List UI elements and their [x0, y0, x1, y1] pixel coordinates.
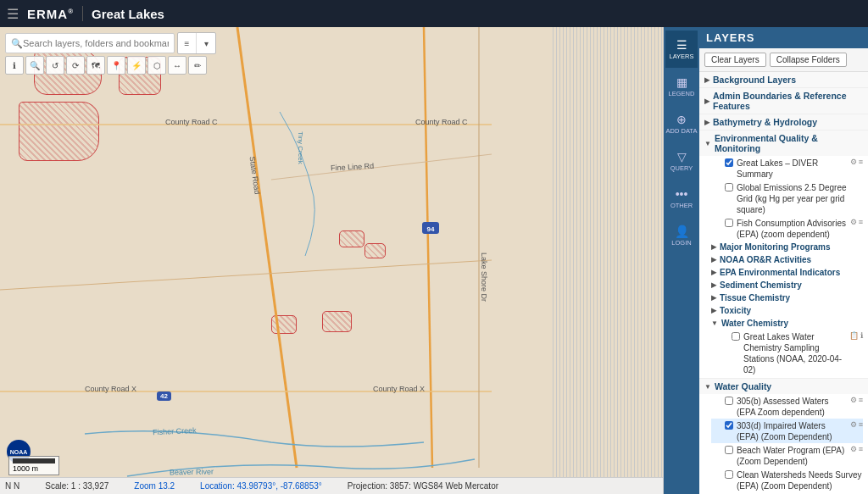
- settings-icon[interactable]: ⚙: [850, 218, 857, 228]
- clean-watersheds-checkbox[interactable]: [725, 470, 733, 479]
- settings-icon[interactable]: ⚙: [850, 158, 857, 168]
- 305b-checkbox[interactable]: [725, 397, 733, 405]
- search-box[interactable]: 🔍: [5, 33, 175, 53]
- layer-group-environmental-header[interactable]: ▼ Environmental Quality & Monitoring: [699, 130, 868, 156]
- map-container[interactable]: 94 County Road C State Road Fine Line Rd…: [0, 27, 663, 494]
- chevron-down-icon: ▼: [704, 383, 711, 391]
- layer-item-303d: 303(d) Impaired Waters (EPA) (Zoom Depen…: [711, 419, 863, 443]
- 303d-checkbox[interactable]: [725, 421, 733, 430]
- sidebar-item-other[interactable]: ••• OTHER: [665, 180, 698, 217]
- layers-toolbar: Clear Layers Collapse Folders: [699, 48, 868, 72]
- other-icon: •••: [676, 187, 688, 201]
- tissue-header[interactable]: ▶ Tissue Chemistry: [711, 291, 863, 304]
- layer-group-admin-header[interactable]: ▶ Admin Boundaries & Reference Features: [699, 88, 868, 114]
- pin-btn[interactable]: 📍: [107, 56, 125, 75]
- scale-status: Scale: 1 : 33,927: [45, 481, 108, 491]
- layer-group-background: ▶ Background Layers: [699, 72, 868, 88]
- layers-panel-header: LAYERS: [699, 27, 868, 48]
- legend-icon[interactable]: ≡: [859, 218, 863, 228]
- county-road-x-label: County Road X: [85, 385, 136, 393]
- lightning-btn[interactable]: ⚡: [127, 56, 146, 75]
- arrow-btn[interactable]: ↔: [168, 56, 186, 75]
- layers-content[interactable]: ▶ Background Layers ▶ Admin Boundaries &…: [699, 72, 868, 494]
- env-quality-items: Great Lakes – DIVER Summary ⚙ ≡ Global E…: [699, 156, 868, 378]
- toolbar-row2: ℹ 🔍 ↺ ⟳ 🗺 📍 ⚡ ⬡ ↔ ✏: [5, 56, 207, 75]
- fisher-creek-label: Fisher Creek: [153, 426, 197, 437]
- beach-water-checkbox[interactable]: [725, 446, 733, 454]
- sidebar-icons: ☰ LAYERS ▦ LEGEND ⊕ ADD DATA ▽ QUERY •••…: [664, 27, 699, 494]
- layer-item-global-emissions: Global Emissions 2.5 Degree Grid (kg Hg …: [711, 180, 863, 216]
- layer-group-environmental: ▼ Environmental Quality & Monitoring Gre…: [699, 130, 868, 379]
- svg-line-6: [0, 260, 492, 290]
- sediment-header[interactable]: ▶ Sediment Chemistry: [711, 279, 863, 291]
- search-btn[interactable]: 🔍: [25, 56, 44, 75]
- map-region-5: [364, 243, 386, 258]
- dropdown-btn[interactable]: ▾: [197, 33, 215, 53]
- layer-group-water-quality: ▼ Water Quality 305(b) Assessed Waters (…: [699, 379, 868, 494]
- noaa-orr-header[interactable]: ▶ NOAA OR&R Activities: [711, 253, 863, 266]
- search-input[interactable]: [23, 38, 169, 48]
- layer-group-water-quality-header[interactable]: ▼ Water Quality: [699, 379, 868, 394]
- info-btn[interactable]: ℹ: [5, 56, 24, 75]
- layer-group-bathymetry-header[interactable]: ▶ Bathymetry & Hydrology: [699, 114, 868, 130]
- right-panel: ☰ LAYERS ▦ LEGEND ⊕ ADD DATA ▽ QUERY •••…: [663, 27, 868, 494]
- legend-icon[interactable]: ≡: [859, 396, 863, 406]
- settings-icon[interactable]: ⚙: [850, 420, 857, 430]
- main-layout: 94 County Road C State Road Fine Line Rd…: [0, 27, 868, 494]
- major-monitoring-header[interactable]: ▶ Major Monitoring Programs: [711, 241, 863, 253]
- diver-checkbox[interactable]: [725, 158, 733, 167]
- compass-label: N N: [5, 481, 19, 491]
- settings-icon[interactable]: ⚙: [850, 445, 857, 455]
- menu-toggle-icon[interactable]: ☰: [7, 6, 19, 22]
- tiny-creek-label: Tiny Creek: [297, 131, 304, 164]
- map-btn[interactable]: 🗺: [86, 56, 105, 75]
- fish-consump-adv-checkbox[interactable]: [725, 219, 733, 227]
- svg-text:94: 94: [427, 225, 435, 233]
- chevron-right-icon: ▶: [711, 269, 716, 276]
- search-icon: 🔍: [11, 38, 23, 49]
- map-canvas[interactable]: 94 County Road C State Road Fine Line Rd…: [0, 27, 663, 494]
- beaver-river-label: Beaver River: [170, 468, 214, 477]
- copy-icon[interactable]: 📋: [849, 331, 859, 341]
- login-icon: 👤: [675, 225, 689, 238]
- lake-michigan-area: [553, 27, 663, 477]
- layer-group-background-header[interactable]: ▶ Background Layers: [699, 72, 868, 87]
- sidebar-item-query[interactable]: ▽ QUERY: [665, 142, 698, 180]
- water-chem-header[interactable]: ▼ Water Chemistry: [711, 317, 863, 330]
- edit-btn[interactable]: ✏: [188, 56, 207, 75]
- lake-shore-label: Lake Shore Dr: [480, 253, 488, 302]
- legend-icon[interactable]: ≡: [859, 158, 863, 168]
- map-region-7: [271, 315, 297, 334]
- shape-btn[interactable]: ⬡: [147, 56, 166, 75]
- epa-env-header[interactable]: ▶ EPA Environmental Indicators: [711, 266, 863, 279]
- refresh-btn[interactable]: ↺: [46, 56, 64, 75]
- location-status: Location: 43.98793°, -87.68853°: [200, 481, 322, 491]
- layers-toggle-btn[interactable]: ≡: [178, 33, 197, 53]
- chevron-right-icon: ▶: [711, 243, 716, 251]
- query-icon: ▽: [677, 150, 687, 164]
- chevron-right-icon: ▶: [711, 256, 716, 264]
- legend-icon[interactable]: ≡: [859, 420, 863, 430]
- chevron-down-icon: ▼: [704, 140, 711, 147]
- water-chem-checkbox[interactable]: [732, 332, 740, 341]
- water-quality-items: 305(b) Assessed Waters (EPA Zoom depende…: [699, 394, 868, 494]
- chevron-down-icon: ▼: [711, 319, 718, 327]
- legend-icon: ▦: [676, 75, 687, 89]
- clear-layers-button[interactable]: Clear Layers: [704, 53, 766, 67]
- global-emissions-checkbox[interactable]: [725, 183, 733, 191]
- collapse-folders-button[interactable]: Collapse Folders: [770, 53, 847, 67]
- sidebar-item-layers[interactable]: ☰ LAYERS: [665, 31, 698, 68]
- status-bar: N N Scale: 1 : 33,927 Zoom 13.2 Location…: [0, 477, 663, 494]
- svg-line-3: [271, 154, 492, 180]
- zoom-status: Zoom 13.2: [134, 481, 175, 491]
- fine-line-label: Fine Line Rd: [331, 162, 374, 173]
- toxicity-header[interactable]: ▶ Toxicity: [711, 304, 863, 317]
- layers-icon: ☰: [676, 38, 687, 52]
- legend-icon[interactable]: ≡: [859, 445, 863, 455]
- settings-icon[interactable]: ⚙: [850, 396, 857, 406]
- sidebar-item-legend[interactable]: ▦ LEGEND: [665, 68, 698, 105]
- sidebar-item-login[interactable]: 👤 LOGIN: [665, 217, 698, 254]
- reload-btn[interactable]: ⟳: [66, 56, 85, 75]
- sidebar-item-add-data[interactable]: ⊕ ADD DATA: [665, 105, 698, 142]
- info-icon[interactable]: ℹ: [860, 331, 863, 341]
